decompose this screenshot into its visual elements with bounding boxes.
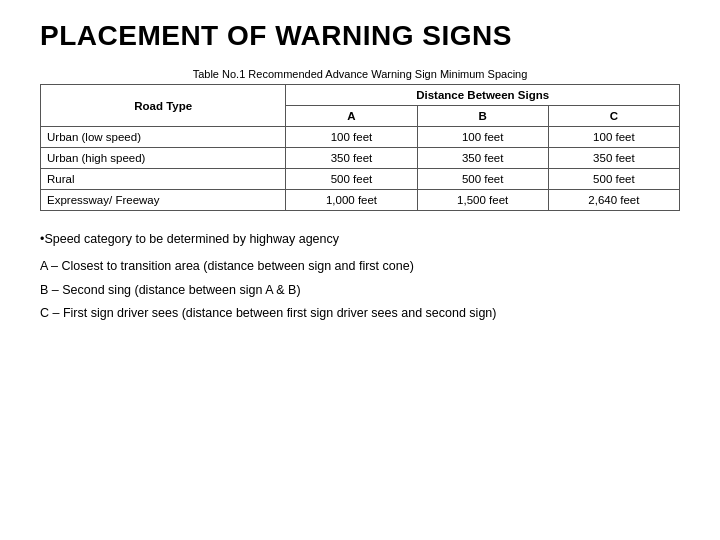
table-row: Expressway/ Freeway1,000 feet1,500 feet2… [41,190,680,211]
col-a: A [286,106,417,127]
legend-c: C – First sign driver sees (distance bet… [40,303,680,324]
table-row: Rural500 feet500 feet500 feet [41,169,680,190]
spacing-table: Road Type Distance Between Signs A B C U… [40,84,680,211]
page: PLACEMENT OF WARNING SIGNS Table No.1 Re… [0,0,720,540]
cell-b: 500 feet [417,169,548,190]
cell-road-type: Urban (low speed) [41,127,286,148]
notes-section: •Speed category to be determined by high… [40,229,680,324]
cell-a: 350 feet [286,148,417,169]
table-row: Urban (low speed)100 feet100 feet100 fee… [41,127,680,148]
cell-b: 1,500 feet [417,190,548,211]
cell-road-type: Urban (high speed) [41,148,286,169]
bullet-text: Speed category to be determined by highw… [44,232,339,246]
cell-c: 500 feet [548,169,679,190]
col-c: C [548,106,679,127]
cell-b: 350 feet [417,148,548,169]
cell-a: 100 feet [286,127,417,148]
col-distance-group: Distance Between Signs [286,85,680,106]
cell-road-type: Expressway/ Freeway [41,190,286,211]
cell-c: 100 feet [548,127,679,148]
col-road-type: Road Type [41,85,286,127]
page-title: PLACEMENT OF WARNING SIGNS [40,20,680,52]
table-row: Urban (high speed)350 feet350 feet350 fe… [41,148,680,169]
cell-road-type: Rural [41,169,286,190]
legend-a: A – Closest to transition area (distance… [40,256,680,277]
cell-a: 500 feet [286,169,417,190]
bullet-item: •Speed category to be determined by high… [40,229,680,250]
table-container: Table No.1 Recommended Advance Warning S… [40,68,680,211]
cell-c: 350 feet [548,148,679,169]
cell-c: 2,640 feet [548,190,679,211]
cell-b: 100 feet [417,127,548,148]
col-b: B [417,106,548,127]
cell-a: 1,000 feet [286,190,417,211]
legend-b: B – Second sing (distance between sign A… [40,280,680,301]
table-caption: Table No.1 Recommended Advance Warning S… [40,68,680,80]
